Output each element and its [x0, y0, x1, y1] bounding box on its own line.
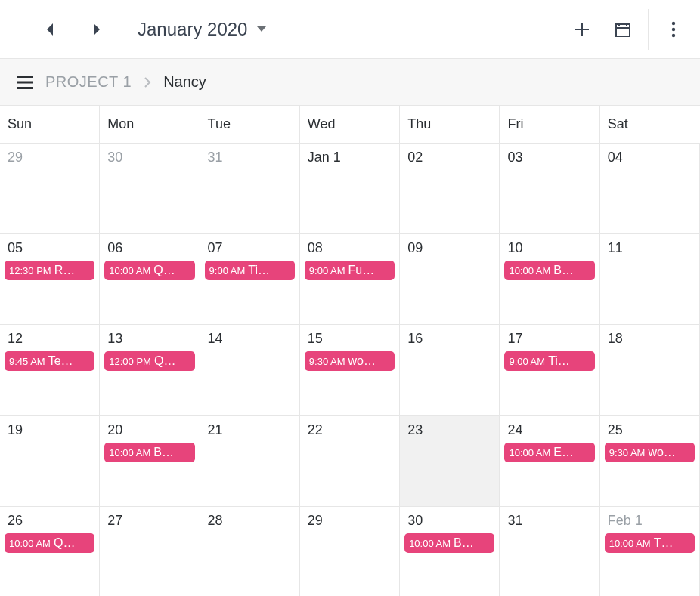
calendar-event[interactable]: 9:30 AMwo… [605, 443, 695, 462]
calendar-event[interactable]: 9:45 AMTe… [5, 351, 94, 371]
calendar-cell[interactable]: 259:30 AMwo… [600, 416, 700, 507]
calendar-cell[interactable]: 28 [200, 507, 300, 596]
calendar-event[interactable]: 10:00 AME… [504, 443, 594, 462]
today-button[interactable] [602, 9, 643, 50]
next-month-button[interactable] [80, 13, 113, 46]
more-options-button[interactable] [653, 9, 694, 50]
svg-point-2 [672, 27, 675, 30]
event-title: Q… [154, 354, 190, 368]
hamburger-icon [17, 76, 33, 89]
day-number: 11 [605, 240, 695, 256]
calendar-event[interactable]: 10:00 AMT… [605, 533, 695, 553]
calendar-event[interactable]: 9:00 AMTi… [205, 261, 295, 280]
calendar-cell[interactable]: 04 [600, 144, 700, 234]
calendar-cell[interactable]: 29 [0, 144, 100, 234]
divider [648, 9, 649, 50]
calendar-cell[interactable]: 1312:00 PMQ… [100, 325, 200, 415]
calendar-cell[interactable]: 0610:00 AMQ… [100, 234, 200, 325]
event-time: 9:00 AM [509, 356, 545, 367]
calendar-cell[interactable]: 21 [200, 416, 300, 507]
event-title: Q… [54, 536, 90, 550]
plus-icon [574, 21, 590, 38]
day-number: 31 [205, 150, 295, 165]
event-title: Fu… [348, 264, 391, 277]
calendar-cell[interactable]: 14 [200, 325, 300, 415]
calendar-event[interactable]: 10:00 AMB… [404, 533, 494, 553]
toolbar: January 2020 [0, 0, 700, 59]
calendar-event[interactable]: 9:00 AMTi… [504, 351, 594, 371]
calendar-cell[interactable]: 29 [300, 507, 400, 596]
calendar-cell[interactable]: 18 [600, 325, 700, 415]
day-number: 07 [205, 240, 295, 256]
event-title: Q… [153, 264, 190, 277]
event-time: 9:30 AM [309, 356, 345, 367]
calendar-cell[interactable]: 09 [400, 234, 500, 325]
calendar-cell[interactable]: 129:45 AMTe… [0, 325, 100, 415]
calendar-cell[interactable]: 19 [0, 416, 100, 507]
day-number: 17 [504, 331, 594, 347]
calendar-cell[interactable]: 089:00 AMFu… [300, 234, 400, 325]
day-number: 20 [104, 422, 194, 438]
calendar-event[interactable]: 12:00 PMQ… [104, 351, 194, 371]
caret-down-icon [256, 26, 267, 33]
month-selector[interactable]: January 2020 [138, 19, 267, 40]
day-number: 23 [404, 422, 494, 438]
calendar-cell[interactable]: 159:30 AMwo… [300, 325, 400, 415]
calendar-cell[interactable]: 02 [400, 144, 500, 234]
calendar-event[interactable]: 12:30 PMR… [5, 261, 94, 280]
event-title: T… [654, 536, 690, 550]
chevron-right-icon [144, 77, 151, 88]
calendar-cell[interactable]: 23 [400, 416, 500, 507]
calendar-cell[interactable]: 30 [100, 144, 200, 234]
calendar-event[interactable]: 10:00 AMB… [504, 261, 594, 280]
day-number: 06 [104, 240, 194, 256]
event-title: Ti… [248, 264, 290, 277]
calendar-cell[interactable]: 22 [300, 416, 400, 507]
event-time: 10:00 AM [509, 265, 550, 276]
calendar-cell[interactable]: 3010:00 AMB… [400, 507, 500, 596]
day-number: 15 [305, 331, 395, 347]
calendar-cell[interactable]: 2610:00 AMQ… [0, 507, 100, 596]
calendar-cell[interactable]: Feb 110:00 AMT… [600, 507, 700, 596]
menu-button[interactable] [17, 76, 33, 89]
calendar-cell[interactable]: 0512:30 PMR… [0, 234, 100, 325]
day-number: 10 [504, 240, 594, 256]
day-header: Mon [100, 106, 200, 143]
calendar-event[interactable]: 9:00 AMFu… [305, 261, 395, 280]
event-time: 9:30 AM [609, 447, 646, 459]
event-time: 10:00 AM [109, 447, 150, 459]
calendar-cell[interactable]: 31 [200, 144, 300, 234]
calendar-cell[interactable]: 11 [600, 234, 700, 325]
day-number: 08 [305, 240, 395, 256]
calendar-grid: 293031Jan 10203040512:30 PMR…0610:00 AMQ… [0, 144, 700, 596]
svg-point-3 [672, 33, 675, 36]
calendar-cell[interactable]: 1010:00 AMB… [500, 234, 599, 325]
calendar-cell[interactable]: 179:00 AMTi… [500, 325, 599, 415]
day-number: 16 [404, 331, 494, 347]
calendar-cell[interactable]: 2410:00 AME… [500, 416, 599, 507]
calendar-cell[interactable]: 27 [100, 507, 200, 596]
calendar-cell[interactable]: 03 [500, 144, 599, 234]
calendar-cell[interactable]: Jan 1 [300, 144, 400, 234]
calendar-event[interactable]: 10:00 AMQ… [5, 533, 94, 553]
event-title: B… [454, 536, 490, 550]
event-time: 10:00 AM [409, 538, 451, 549]
day-header: Fri [500, 106, 599, 143]
day-number: 14 [205, 331, 295, 347]
add-button[interactable] [562, 9, 602, 50]
day-header: Thu [400, 106, 500, 143]
day-number: 13 [104, 331, 194, 347]
calendar-cell[interactable]: 16 [400, 325, 500, 415]
calendar-event[interactable]: 10:00 AMB… [104, 443, 194, 462]
prev-month-button[interactable] [33, 13, 67, 46]
calendar-cell[interactable]: 2010:00 AMB… [100, 416, 200, 507]
event-time: 9:00 AM [209, 265, 246, 276]
calendar-cell[interactable]: 31 [500, 507, 599, 596]
breadcrumb-parent[interactable]: PROJECT 1 [45, 73, 132, 91]
calendar-event[interactable]: 10:00 AMQ… [104, 261, 194, 280]
day-number: 18 [605, 331, 695, 347]
calendar-event[interactable]: 9:30 AMwo… [305, 351, 395, 371]
calendar-cell[interactable]: 079:00 AMTi… [200, 234, 300, 325]
day-number: 28 [205, 513, 295, 529]
day-number: Feb 1 [605, 513, 695, 529]
